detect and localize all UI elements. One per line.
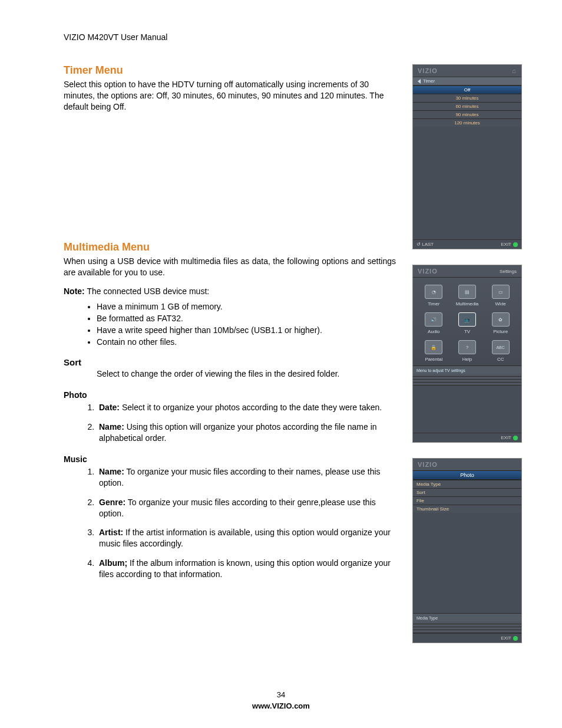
- manual-page: VIZIO M420VT User Manual Timer Menu Sele…: [0, 0, 562, 728]
- list-item: Contain no other files.: [97, 337, 396, 347]
- osd-empty-area: [413, 513, 521, 613]
- osd-cell-audio: 🔊Audio: [419, 312, 449, 334]
- osd-brand-text: VIZIO: [418, 461, 438, 468]
- item-label: Album;: [99, 558, 127, 568]
- osd-row-file: File: [413, 496, 521, 505]
- timer-menu-body: Select this option to have the HDTV turn…: [64, 79, 396, 113]
- osd-brand-bar: VIZIO: [413, 459, 521, 470]
- list-item: Artist: If the artist information is ava…: [97, 527, 396, 549]
- note-label: Note:: [64, 286, 85, 296]
- home-icon: ⌂: [512, 67, 517, 74]
- osd-cell-help: ?Help: [452, 340, 482, 362]
- osd-row-sort: Sort: [413, 488, 521, 496]
- help-icon: ?: [458, 340, 476, 354]
- osd-hint-text: Menu to adjust TV settings: [413, 365, 521, 374]
- usb-note: Note: The connected USB device must:: [64, 286, 396, 297]
- exit-icon: [513, 242, 518, 247]
- osd-cell-picture: ✿Picture: [485, 312, 515, 334]
- multimedia-icon: ▤: [458, 285, 476, 299]
- osd-tab-bar: Timer: [413, 77, 521, 85]
- spacer: [64, 117, 396, 241]
- item-label: Name:: [99, 422, 124, 431]
- osd-option-off: Off: [413, 85, 521, 94]
- osd-exit-label: EXIT: [501, 635, 518, 641]
- arrow-left-icon: [418, 79, 421, 84]
- note-text: The connected USB device must:: [85, 286, 209, 296]
- music-heading: Music: [64, 454, 396, 464]
- osd-exit-label: EXIT: [501, 242, 518, 247]
- item-text: To organize your music files according t…: [99, 467, 381, 487]
- item-label: Name:: [99, 467, 124, 476]
- cc-icon: ABC: [492, 340, 510, 354]
- figures-column: VIZIO ⌂ Timer Off 30 minutes 60 minutes …: [412, 64, 522, 658]
- document-header: VIZIO M420VT User Manual: [64, 32, 522, 42]
- osd-footer-bar: ↺ LAST EXIT: [413, 239, 521, 249]
- osd-cell-multimedia: ▤Multimedia: [452, 285, 482, 307]
- sort-heading: Sort: [64, 357, 396, 367]
- multimedia-intro: When using a USB device with multimedia …: [64, 256, 396, 278]
- list-item: Date: Select it to organize your photos …: [97, 402, 396, 413]
- osd-blank-lines: [413, 374, 521, 386]
- multimedia-menu-heading: Multimedia Menu: [64, 241, 396, 253]
- lock-icon: 🔒: [425, 340, 442, 354]
- photo-heading: Photo: [64, 390, 396, 400]
- list-item: Name: Using this option will organize yo…: [97, 421, 396, 444]
- osd-option-60: 60 minutes: [413, 102, 521, 110]
- item-text: If the artist information is available, …: [99, 528, 391, 548]
- item-text: If the album information is known, using…: [99, 558, 391, 579]
- item-label: Genre:: [99, 498, 125, 507]
- osd-option-30: 30 minutes: [413, 94, 521, 102]
- usb-requirements-list: Have a minimum 1 GB of memory. Be format…: [64, 302, 396, 347]
- list-item: Genre: To organize your music files acco…: [97, 497, 396, 519]
- osd-footer-bar: EXIT: [413, 433, 521, 442]
- osd-cell-parental: 🔒Parental: [419, 340, 449, 362]
- item-text: To organize your music files according t…: [99, 498, 376, 518]
- osd-title-center: Photo: [413, 470, 521, 480]
- tv-icon: 📺: [458, 312, 476, 327]
- picture-icon: ✿: [492, 312, 510, 327]
- list-item: Have a write speed higher than 10Mb/sec …: [97, 325, 396, 335]
- osd-empty-area: [413, 386, 521, 433]
- footer-url: www.VIZIO.com: [0, 701, 562, 710]
- item-label: Date:: [99, 403, 120, 412]
- osd-option-90: 90 minutes: [413, 110, 521, 118]
- osd-exit-label: EXIT: [501, 435, 518, 440]
- osd-cell-tv: 📺TV: [452, 312, 482, 334]
- item-text: Using this option will organize your pho…: [99, 422, 377, 443]
- list-item: Have a minimum 1 GB of memory.: [97, 302, 396, 311]
- music-list: Name: To organize your music files accor…: [64, 466, 396, 580]
- text-column: Timer Menu Select this option to have th…: [64, 64, 396, 658]
- osd-title-right: Settings: [500, 269, 517, 274]
- osd-last-label: ↺ LAST: [416, 242, 434, 247]
- osd-row-media-type: Media Type: [413, 480, 521, 488]
- osd-bottom-label: Media Type: [413, 613, 521, 621]
- clock-icon: ◔: [425, 285, 442, 299]
- osd-cell-cc: ABCCC: [485, 340, 515, 362]
- exit-icon: [513, 436, 518, 440]
- item-text: Select it to organize your photos accord…: [120, 403, 382, 412]
- content-columns: Timer Menu Select this option to have th…: [64, 64, 522, 658]
- osd-brand-text: VIZIO: [418, 268, 438, 275]
- osd-settings-grid: ◔Timer ▤Multimedia ▭Wide 🔊Audio 📺TV ✿Pic…: [413, 278, 521, 365]
- osd-row-thumbnail: Thumbnail Size: [413, 505, 521, 513]
- page-footer: 34 www.VIZIO.com: [0, 690, 562, 710]
- item-label: Artist:: [99, 528, 123, 537]
- list-item: Name: To organize your music files accor…: [97, 466, 396, 489]
- osd-photo-screenshot: VIZIO Photo Media Type Sort File Thumbna…: [412, 458, 522, 643]
- osd-cell-wide: ▭Wide: [485, 285, 515, 307]
- osd-option-120: 120 minutes: [413, 118, 521, 127]
- speaker-icon: 🔊: [425, 312, 442, 327]
- timer-menu-heading: Timer Menu: [64, 64, 396, 77]
- osd-cell-timer: ◔Timer: [419, 285, 449, 307]
- exit-icon: [513, 636, 518, 641]
- osd-brand-text: VIZIO: [418, 67, 438, 74]
- list-item: Album; If the album information is known…: [97, 558, 396, 580]
- osd-brand-bar: VIZIO Settings: [413, 265, 521, 277]
- osd-brand-bar: VIZIO ⌂: [413, 65, 521, 77]
- sort-body: Select to change the order of viewing th…: [64, 368, 396, 380]
- osd-blank-lines: [413, 621, 521, 633]
- wide-icon: ▭: [492, 285, 510, 299]
- list-item: Be formatted as FAT32.: [97, 314, 396, 323]
- osd-settings-screenshot: VIZIO Settings ◔Timer ▤Multimedia ▭Wide …: [412, 265, 522, 443]
- photo-list: Date: Select it to organize your photos …: [64, 402, 396, 444]
